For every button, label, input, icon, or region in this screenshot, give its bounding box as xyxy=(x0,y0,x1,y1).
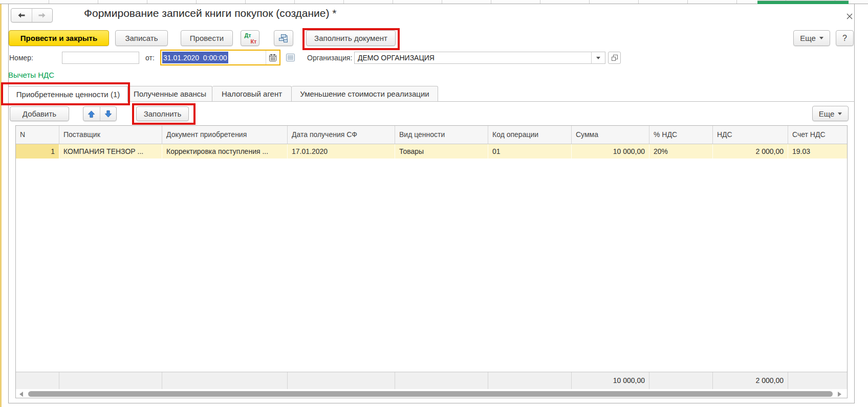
col-vat[interactable]: НДС xyxy=(713,126,788,144)
add-row-button[interactable]: Добавить xyxy=(10,106,69,121)
col-sum[interactable]: Сумма xyxy=(572,126,649,144)
table-header: N Поставщик Документ приобретения Дата п… xyxy=(16,126,847,144)
more-button-top[interactable]: Еще xyxy=(793,30,830,46)
organization-value: ДЕМО ОРГАНИЗАЦИЯ xyxy=(355,54,591,62)
chevron-down-icon xyxy=(819,37,823,39)
col-document[interactable]: Документ приобретения xyxy=(162,126,288,144)
structure-icon xyxy=(278,33,289,43)
date-input[interactable]: 31.01.2020 0:00:00 xyxy=(160,50,280,65)
purchases-table: N Поставщик Документ приобретения Дата п… xyxy=(15,125,848,398)
page-title: Формирование записей книги покупок (созд… xyxy=(84,7,337,19)
forward-arrow-icon xyxy=(38,12,46,18)
chevron-down-icon xyxy=(838,112,842,115)
date-label: от: xyxy=(145,52,155,64)
move-up-button[interactable] xyxy=(83,107,100,121)
forward-button[interactable] xyxy=(32,9,53,22)
tab-received-advances[interactable]: Полученные авансы xyxy=(128,86,212,102)
background-tab-strip xyxy=(0,0,868,4)
organization-input[interactable]: ДЕМО ОРГАНИЗАЦИЯ xyxy=(354,52,605,64)
total-sum: 10 000,00 xyxy=(572,372,649,389)
back-arrow-icon xyxy=(17,12,26,18)
dtkt-button[interactable]: Дт Кт xyxy=(241,30,259,46)
date-value-selected: 31.01.2020 0:00:00 xyxy=(162,52,228,63)
tab-cost-reduction[interactable]: Уменьшение стоимости реализации xyxy=(292,86,438,102)
table-footer: 10 000,00 2 000,00 xyxy=(16,372,847,389)
document-structure-button[interactable] xyxy=(274,30,293,46)
col-n[interactable]: N xyxy=(16,126,59,144)
back-button[interactable] xyxy=(11,9,32,22)
number-input[interactable] xyxy=(62,52,139,64)
col-vat-account[interactable]: Счет НДС xyxy=(788,126,847,144)
scroll-right-icon[interactable] xyxy=(838,392,841,397)
col-date[interactable]: Дата получения СФ xyxy=(288,126,395,144)
scroll-left-icon[interactable] xyxy=(19,392,23,397)
post-button[interactable]: Провести xyxy=(181,30,233,46)
arrow-up-icon xyxy=(88,110,95,118)
post-and-close-button[interactable]: Провести и закрыть xyxy=(9,30,109,46)
arrow-down-icon xyxy=(104,110,112,118)
col-value-type[interactable]: Вид ценности xyxy=(395,126,488,144)
list-select-icon[interactable] xyxy=(286,53,296,62)
move-row-buttons xyxy=(83,106,117,121)
move-down-button[interactable] xyxy=(100,107,117,121)
organization-open-button[interactable] xyxy=(608,52,621,64)
active-section-indicator xyxy=(757,1,849,4)
fill-document-button[interactable]: Заполнить документ xyxy=(306,30,396,46)
dtkt-icon: Дт Кт xyxy=(245,33,256,44)
window-edge-accent xyxy=(0,4,2,407)
table-row[interactable]: 1 КОМПАНИЯ ТЕНЗОР ... Корректировка пост… xyxy=(16,144,847,159)
col-supplier[interactable]: Поставщик xyxy=(59,126,162,144)
col-vat-percent[interactable]: % НДС xyxy=(649,126,713,144)
open-icon xyxy=(611,54,618,61)
help-button[interactable]: ? xyxy=(836,30,854,46)
tab-acquired-values[interactable]: Приобретенные ценности (1) xyxy=(8,86,128,102)
fill-button[interactable]: Заполнить xyxy=(136,106,189,121)
save-button[interactable]: Записать xyxy=(115,30,168,46)
chevron-down-icon xyxy=(596,57,600,59)
nav-buttons xyxy=(11,8,53,22)
total-vat: 2 000,00 xyxy=(713,372,788,389)
organization-label: Организация: xyxy=(307,52,352,64)
number-label: Номер: xyxy=(9,52,33,64)
more-button-table[interactable]: Еще xyxy=(812,106,849,121)
tab-tax-agent[interactable]: Налоговый агент xyxy=(212,86,292,102)
close-icon[interactable] xyxy=(845,12,854,20)
calendar-icon[interactable] xyxy=(269,54,277,62)
vat-deductions-link[interactable]: Вычеты НДС xyxy=(8,71,54,79)
organization-dropdown-button[interactable] xyxy=(591,52,605,63)
horizontal-scrollbar[interactable] xyxy=(28,391,833,397)
col-operation-code[interactable]: Код операции xyxy=(488,126,572,144)
